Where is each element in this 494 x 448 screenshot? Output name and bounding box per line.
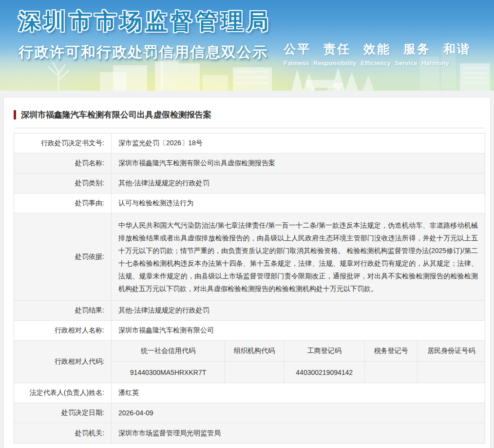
row-value: 潘红英 — [112, 383, 485, 403]
slogan-english: Faimess Responsibility Efficiency Servic… — [284, 59, 471, 67]
table-row-penalty-result: 处罚结果: 其他-法律法规规定的行政处罚 — [14, 301, 485, 321]
row-value: 中华人民共和国大气污染防治法/第七章法律责任/第一百一十二条/第一款违反本法规定… — [112, 214, 485, 300]
code-value-id-number — [417, 362, 485, 383]
case-title-row: 深圳市福鑫隆汽车检测有限公司出具虚假检测报告案 — [14, 109, 485, 120]
code-table-value-row: 91440300MA5HRXKR7T 440300219094142 — [112, 362, 485, 383]
row-label: 法定代表人(负责人)姓名: — [14, 383, 112, 403]
row-label: 处罚事由: — [14, 194, 112, 213]
table-row-decision-number: 行政处罚决定书文号: 深市监光处罚〔2026〕18号 — [14, 134, 485, 154]
code-header-org-code: 组织机构代码 — [225, 341, 284, 362]
penalty-info-table: 行政处罚决定书文号: 深市监光处罚〔2026〕18号 处罚名称: 深圳市福鑫隆汽… — [14, 133, 485, 444]
table-row-penalty-category: 处罚类别: 其他-法律法规规定的行政处罚 — [14, 174, 485, 194]
code-table-header-row: 统一社会信用代码 组织机构代码 工商登记码 税务登记号 居民身份证号码 — [112, 341, 485, 362]
row-label: 处罚结果: — [14, 301, 112, 320]
row-value: 其他-法律法规规定的行政处罚 — [112, 301, 485, 320]
code-header-uscc: 统一社会信用代码 — [112, 341, 225, 362]
table-row-decision-date: 处罚决定日期: 2026-04-09 — [14, 403, 485, 423]
row-value: 深圳市市场监督管理局光明监管局 — [112, 423, 485, 443]
title-divider — [14, 128, 485, 128]
row-label: 处罚机关: — [14, 423, 112, 443]
content-panel: 深圳市福鑫隆汽车检测有限公司出具虚假检测报告案 行政处罚决定书文号: 深市监光处… — [3, 97, 491, 448]
row-label: 行政相对人代码: — [14, 341, 112, 383]
row-value: 深市监光处罚〔2026〕18号 — [112, 134, 485, 153]
case-title: 深圳市福鑫隆汽车检测有限公司出具虚假检测报告案 — [21, 109, 211, 120]
row-label: 处罚决定日期: — [14, 403, 112, 423]
header-banner: 深圳市市场监督管理局 行政许可和行政处罚信用信息双公示 公平 责任 效能 服务 … — [0, 0, 494, 91]
row-value: 2026-04-09 — [112, 403, 485, 423]
code-value-org-code — [225, 362, 284, 383]
code-header-tax-reg: 税务登记号 — [364, 341, 417, 362]
code-value-tax-reg — [364, 362, 417, 383]
table-row-party-name: 行政相对人名称: 深圳市福鑫隆汽车检测有限公司 — [14, 321, 485, 341]
slogan-chinese: 公平 责任 效能 服务 和谐 — [284, 41, 471, 57]
table-row-penalty-name: 处罚名称: 深圳市福鑫隆汽车检测有限公司出具虚假检测报告案 — [14, 154, 485, 174]
row-value: 深圳市福鑫隆汽车检测有限公司 — [112, 321, 485, 340]
table-row-penalty-basis: 处罚依据: 中华人民共和国大气污染防治法/第七章法律责任/第一百一十二条/第一款… — [14, 214, 485, 301]
table-row-penalty-authority: 处罚机关: 深圳市市场监督管理局光明监管局 — [14, 423, 485, 443]
org-name-title: 深圳市市场监督管理局 — [19, 7, 272, 36]
code-header-business-reg: 工商登记码 — [284, 341, 364, 362]
code-table: 统一社会信用代码 组织机构代码 工商登记码 税务登记号 居民身份证号码 9144… — [112, 341, 485, 383]
table-row-legal-representative: 法定代表人(负责人)姓名: 潘红英 — [14, 383, 485, 403]
row-label: 行政相对人名称: — [14, 321, 112, 340]
row-label: 行政处罚决定书文号: — [14, 134, 112, 153]
code-value-uscc: 91440300MA5HRXKR7T — [112, 362, 225, 383]
code-header-id-number: 居民身份证号码 — [417, 341, 485, 362]
banner-subtitle: 行政许可和行政处罚信用信息双公示 — [19, 42, 272, 62]
row-label: 处罚名称: — [14, 154, 112, 173]
code-value-business-reg: 440300219094142 — [284, 362, 364, 383]
table-row-party-codes: 行政相对人代码: 统一社会信用代码 组织机构代码 工商登记码 税务登记号 居民身… — [14, 341, 485, 383]
row-value: 深圳市福鑫隆汽车检测有限公司出具虚假检测报告案 — [112, 154, 485, 173]
row-label: 处罚类别: — [14, 174, 112, 193]
row-value: 其他-法律法规规定的行政处罚 — [112, 174, 485, 193]
row-label: 处罚依据: — [14, 214, 112, 300]
table-row-penalty-reason: 处罚事由: 认可与检验检测违法行为 — [14, 194, 485, 214]
title-red-marker — [14, 110, 16, 119]
row-value: 认可与检验检测违法行为 — [112, 194, 485, 213]
slogan-block: 公平 责任 效能 服务 和谐 Faimess Responsibility Ef… — [284, 41, 471, 67]
